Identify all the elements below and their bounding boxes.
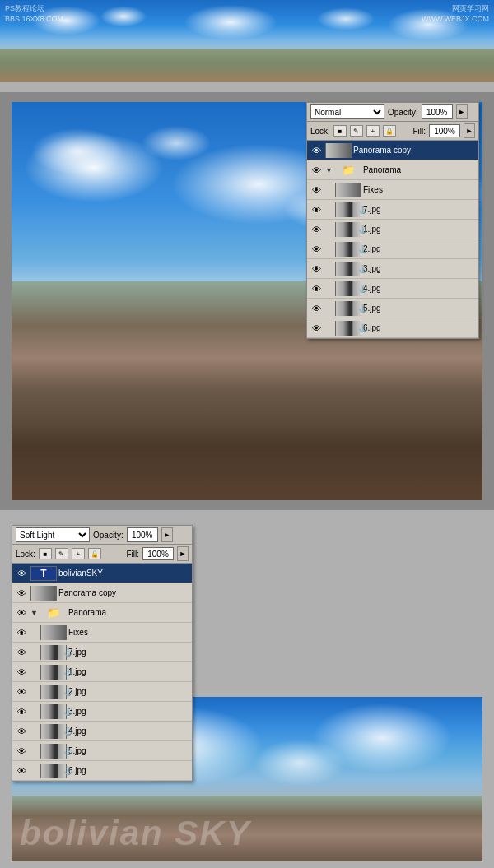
lock-paint-icon-2[interactable]: ✎ <box>55 548 68 559</box>
eye-visibility-icon[interactable]: 👁 <box>14 586 29 601</box>
eye-visibility-icon[interactable]: 👁 <box>309 163 324 178</box>
eye-visibility-icon[interactable]: 👁 <box>14 724 29 739</box>
fill-arrow-bottom[interactable]: ► <box>177 546 189 561</box>
layer-row[interactable]: 👁TbolivianSKY <box>12 564 192 583</box>
eye-visibility-icon[interactable]: 👁 <box>309 183 324 197</box>
chain-link-icon: ⚓ <box>63 727 72 736</box>
layer-row[interactable]: 👁Fixes <box>12 623 192 643</box>
eye-visibility-icon[interactable]: 👁 <box>14 744 29 759</box>
chain-link-icon: ⚓ <box>63 767 72 775</box>
eye-visibility-icon[interactable]: 👁 <box>309 321 324 336</box>
layer-name-label: Panorama <box>363 165 477 174</box>
separator-2 <box>0 510 494 517</box>
layer-row[interactable]: 👁▼📁Panorama <box>12 603 192 623</box>
chain-link-icon: ⚓ <box>63 708 72 716</box>
layer-row[interactable]: 👁⚓3.jpg <box>12 702 192 722</box>
eye-visibility-icon[interactable]: 👁 <box>14 665 29 680</box>
fill-input-top[interactable] <box>429 124 460 137</box>
eye-visibility-icon[interactable]: 👁 <box>309 301 324 316</box>
layers-header-blend-row: Normal Opacity: ► <box>307 103 478 122</box>
eye-visibility-icon[interactable]: 👁 <box>309 222 324 237</box>
lock-move-icon[interactable]: ■ <box>333 125 347 137</box>
chain-link-icon: ⚓ <box>358 245 367 253</box>
lock-all-icon[interactable]: 🔒 <box>383 125 396 137</box>
layer-row[interactable]: 👁⚓7.jpg <box>307 200 478 220</box>
blend-mode-select-bottom[interactable]: Soft Light <box>16 527 90 542</box>
layer-thumbnail: ⚓ <box>40 685 67 699</box>
layer-row[interactable]: 👁⚓3.jpg <box>307 259 478 279</box>
eye-visibility-icon[interactable]: 👁 <box>309 281 324 296</box>
lock-paint-icon[interactable]: ✎ <box>350 125 363 137</box>
opacity-arrow-bottom[interactable]: ► <box>161 527 173 542</box>
layers-list-bottom: 👁TbolivianSKY👁Panorama copy👁▼📁Panorama👁F… <box>12 564 192 781</box>
chain-link-icon: ⚓ <box>358 324 367 332</box>
blend-mode-select-top[interactable]: Normal <box>310 104 384 119</box>
eye-visibility-icon[interactable]: 👁 <box>14 704 29 719</box>
eye-visibility-icon[interactable]: 👁 <box>309 143 324 158</box>
fill-arrow-top[interactable]: ► <box>464 123 475 138</box>
layers-header-blend-row-2: Soft Light Opacity: ► <box>12 526 192 545</box>
layer-row[interactable]: 👁Panorama copy <box>307 141 478 160</box>
eye-visibility-icon[interactable]: 👁 <box>14 625 29 640</box>
main-canvas-area: Normal Opacity: ► Lock: ■ ✎ + 🔒 Fill: ► … <box>0 92 494 510</box>
layer-name-label: bolivianSKY <box>58 569 190 578</box>
layer-name-label: Panorama copy <box>353 146 477 155</box>
folder-expand-arrow[interactable]: ▼ <box>30 609 38 617</box>
eye-visibility-icon[interactable]: 👁 <box>14 645 29 660</box>
layer-thumbnail: ⚓ <box>335 202 361 217</box>
fill-input-bottom[interactable] <box>142 547 174 560</box>
layer-row[interactable]: 👁⚓1.jpg <box>12 662 192 682</box>
layer-row[interactable]: 👁⚓6.jpg <box>12 761 192 781</box>
layers-header-lock-row-2: Lock: ■ ✎ + 🔒 Fill: ► <box>12 545 192 564</box>
chain-link-icon: ⚓ <box>63 747 72 755</box>
eye-visibility-icon[interactable]: 👁 <box>309 262 324 276</box>
layer-thumbnail: ⚓ <box>40 764 67 778</box>
layer-row[interactable]: 👁⚓4.jpg <box>12 722 192 741</box>
layer-thumbnail: ⚓ <box>40 645 67 660</box>
layer-row[interactable]: 👁▼📁Panorama <box>307 160 478 180</box>
layer-name-label: 2.jpg <box>363 244 477 253</box>
layer-name-label: 6.jpg <box>363 323 477 332</box>
lock-transform-icon[interactable]: + <box>366 125 380 137</box>
opacity-input-top[interactable] <box>422 104 453 119</box>
opacity-label-top: Opacity: <box>388 108 418 117</box>
banner-clouds <box>0 4 494 49</box>
lock-all-icon-2[interactable]: 🔒 <box>88 548 101 559</box>
banner-mountains <box>0 49 494 82</box>
layer-thumbnail: 📁 <box>40 606 67 620</box>
second-area: Soft Light Opacity: ► Lock: ■ ✎ + 🔒 Fill… <box>0 517 494 868</box>
eye-visibility-icon[interactable]: 👁 <box>14 566 29 581</box>
lock-move-icon-2[interactable]: ■ <box>39 548 52 559</box>
folder-expand-arrow[interactable]: ▼ <box>325 166 333 174</box>
eye-visibility-icon[interactable]: 👁 <box>14 764 29 778</box>
layer-row[interactable]: 👁⚓7.jpg <box>12 643 192 662</box>
layer-row[interactable]: 👁⚓2.jpg <box>307 239 478 259</box>
layer-row[interactable]: 👁⚓5.jpg <box>307 299 478 318</box>
eye-visibility-icon[interactable]: 👁 <box>14 606 29 620</box>
opacity-input-bottom[interactable] <box>127 527 158 542</box>
chain-link-icon: ⚓ <box>358 285 367 293</box>
layer-row[interactable]: 👁⚓5.jpg <box>12 741 192 761</box>
layer-row[interactable]: 👁⚓6.jpg <box>307 318 478 338</box>
top-banner: PS教程论坛 BBS.16XX8.COM 网页学习网 WWW.WEBJX.COM <box>0 0 494 82</box>
layer-name-label: 4.jpg <box>68 726 190 736</box>
layer-row[interactable]: 👁Fixes <box>307 180 478 200</box>
chain-link-icon: ⚓ <box>63 688 72 696</box>
opacity-arrow-top[interactable]: ► <box>456 104 468 119</box>
eye-visibility-icon[interactable]: 👁 <box>309 202 324 217</box>
layer-thumbnail <box>30 586 57 601</box>
chain-link-icon: ⚓ <box>63 668 72 676</box>
layer-name-label: 4.jpg <box>363 284 477 293</box>
layer-name-label: 5.jpg <box>68 746 190 755</box>
layer-row[interactable]: 👁⚓4.jpg <box>307 279 478 299</box>
layer-thumbnail: ⚓ <box>335 222 361 237</box>
layer-row[interactable]: 👁Panorama copy <box>12 583 192 603</box>
eye-visibility-icon[interactable]: 👁 <box>14 685 29 699</box>
layer-row[interactable]: 👁⚓1.jpg <box>307 220 478 239</box>
eye-visibility-icon[interactable]: 👁 <box>309 242 324 257</box>
lock-transform-icon-2[interactable]: + <box>72 548 85 559</box>
layers-list-top: 👁Panorama copy👁▼📁Panorama👁Fixes👁⚓7.jpg👁⚓… <box>307 141 478 338</box>
layer-thumbnail: ⚓ <box>40 724 67 739</box>
watermark-right: 网页学习网 WWW.WEBJX.COM <box>422 3 489 25</box>
layer-row[interactable]: 👁⚓2.jpg <box>12 682 192 702</box>
